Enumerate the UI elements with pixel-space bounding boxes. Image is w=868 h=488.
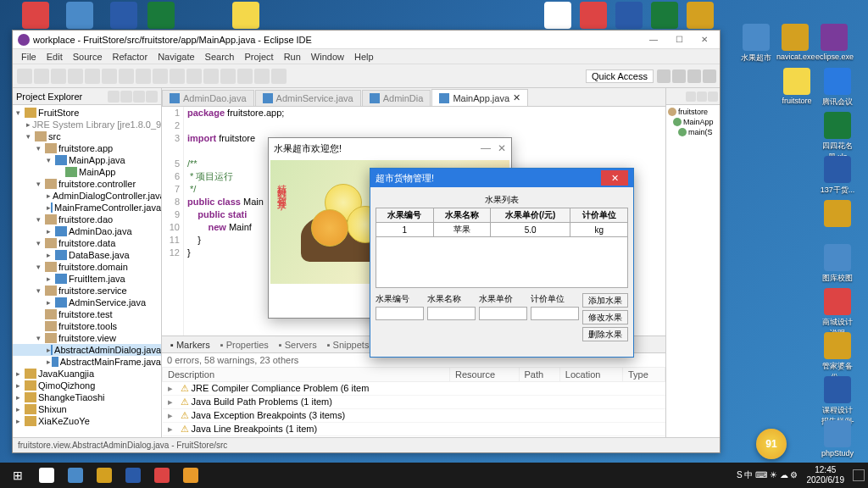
toolbar-button[interactable]: [17, 69, 32, 84]
fruit-input[interactable]: [531, 307, 579, 320]
desktop-icon[interactable]: navicat.exe: [776, 24, 814, 61]
taskbar-item[interactable]: [177, 464, 204, 486]
tree-node[interactable]: ▸QimoQizhong: [13, 380, 161, 391]
desktop-icon[interactable]: [142, 2, 180, 30]
menu-help[interactable]: Help: [349, 52, 379, 62]
toolbar-button[interactable]: [119, 69, 134, 84]
taskbar-item[interactable]: [148, 464, 175, 486]
menu-file[interactable]: File: [16, 52, 42, 62]
tree-node[interactable]: ▾fruitstore.domain: [13, 261, 161, 273]
taskbar-item[interactable]: [120, 464, 147, 486]
desktop-icon[interactable]: 图库校图: [819, 244, 856, 284]
fruit-input[interactable]: [427, 307, 476, 320]
desktop-icon[interactable]: 管家婆备份...: [819, 332, 856, 383]
desktop-icon[interactable]: [539, 2, 576, 30]
toolbar-button[interactable]: [170, 69, 185, 84]
menu-run[interactable]: Run: [279, 52, 306, 62]
desktop-icon[interactable]: [610, 2, 648, 30]
tree-node[interactable]: ▸AbstractAdminDialog.java: [13, 344, 161, 356]
markers-tab[interactable]: ▪ Markers: [165, 340, 215, 350]
marker-row[interactable]: ▸ ⚠ Java Line Breakpoints (1 item): [163, 423, 665, 436]
desktop-icon[interactable]: 137干货...: [819, 156, 856, 196]
welcome-close-button[interactable]: ✕: [498, 142, 506, 154]
desktop-icon[interactable]: 腾讯会议: [819, 68, 856, 108]
desktop-icon[interactable]: phpStudy: [819, 420, 856, 458]
tree-node[interactable]: ▾FruitStore: [13, 107, 161, 119]
tree-node[interactable]: ▸MainFrameController.java: [13, 202, 161, 214]
taskbar-item[interactable]: [62, 464, 89, 486]
tree-node[interactable]: ▸XiaKeZuoYe: [13, 415, 161, 427]
toolbar-button[interactable]: [85, 69, 100, 84]
editor-tab[interactable]: AdminService.java: [255, 90, 361, 106]
toolbar-button[interactable]: [220, 69, 236, 84]
clock[interactable]: 12:45 2020/6/19: [802, 465, 850, 485]
tree-node[interactable]: ▾src: [13, 130, 161, 142]
outline-item[interactable]: fruitstore: [668, 107, 718, 117]
notification-button[interactable]: [853, 469, 865, 481]
toolbar-button[interactable]: [68, 69, 83, 84]
menu-project[interactable]: Project: [239, 52, 278, 62]
desktop-icon[interactable]: [575, 2, 612, 30]
fruit-input[interactable]: [376, 307, 424, 320]
tree-node[interactable]: ▸AdminService.java: [13, 297, 161, 308]
marker-row[interactable]: ▸ ⚠ Java Build Path Problems (1 item): [163, 396, 665, 409]
marker-row[interactable]: ▸ ⚠ JRE Compiler Compliance Problem (6 i…: [163, 382, 665, 396]
menu-window[interactable]: Window: [306, 52, 349, 62]
toolbar-button[interactable]: [254, 69, 270, 84]
menu-source[interactable]: Source: [68, 52, 108, 62]
tree-node[interactable]: ▾fruitstore.view: [13, 332, 161, 344]
desktop-icon[interactable]: [682, 2, 719, 30]
tree-node[interactable]: MainApp: [13, 166, 161, 178]
markers-tab[interactable]: ▪ Servers: [274, 340, 322, 350]
tree-node[interactable]: ▾fruitstore.data: [13, 237, 161, 249]
toolbar-button[interactable]: [237, 69, 253, 84]
desktop-icon[interactable]: [105, 2, 142, 30]
desktop-icon[interactable]: 四四花名册.xls: [819, 112, 856, 163]
toolbar-button[interactable]: [136, 69, 151, 84]
quick-access[interactable]: Quick Access: [586, 69, 654, 83]
tree-node[interactable]: ▾fruitstore.dao: [13, 214, 161, 225]
taskbar-item[interactable]: [91, 464, 118, 486]
desktop-icon[interactable]: eclipse.exe: [815, 24, 853, 61]
tree-node[interactable]: fruitstore.test: [13, 308, 161, 320]
menu-navigate[interactable]: Navigate: [153, 52, 199, 62]
tree-node[interactable]: fruitstore.tools: [13, 320, 161, 332]
desktop-icon[interactable]: [646, 2, 683, 30]
fruit-action-button[interactable]: 修改水果: [582, 310, 628, 324]
taskbar-item[interactable]: [33, 464, 60, 486]
fruit-action-button[interactable]: 删除水果: [582, 327, 628, 341]
fruit-action-button[interactable]: 添加水果: [582, 293, 628, 308]
tree-node[interactable]: ▸JRE System Library [jre1.8.0_91]: [13, 119, 161, 130]
toolbar-button[interactable]: [203, 69, 219, 84]
toolbar-button[interactable]: [271, 69, 287, 84]
tree-node[interactable]: ▸AdminDialogController.java: [13, 190, 161, 202]
desktop-icon[interactable]: [819, 200, 856, 229]
ime-indicator[interactable]: S 中 ⌨ ☀ ☁ ⚙: [737, 469, 798, 481]
desktop-icon[interactable]: [61, 2, 98, 30]
editor-tab[interactable]: MainApp.java ✕: [431, 89, 528, 106]
fruit-input[interactable]: [479, 307, 527, 320]
toolbar-button[interactable]: [102, 69, 117, 84]
toolbar-button[interactable]: [186, 69, 202, 84]
tree-node[interactable]: ▾fruitstore.controller: [13, 178, 161, 190]
tree-node[interactable]: ▾fruitstore.service: [13, 285, 161, 297]
outline-item[interactable]: main(S: [668, 127, 718, 137]
tree-node[interactable]: ▾fruitstore.app: [13, 142, 161, 154]
marker-row[interactable]: ▸ ⚠ Java Exception Breakpoints (3 items): [163, 409, 665, 423]
maximize-button[interactable]: ☐: [669, 33, 689, 47]
tree-node[interactable]: ▸FruitItem.java: [13, 273, 161, 285]
desktop-icon[interactable]: [227, 2, 264, 30]
tree-node[interactable]: ▸AbstractMainFrame.java: [13, 356, 161, 368]
toolbar-button[interactable]: [51, 69, 66, 84]
tree-node[interactable]: ▸ShangkeTiaoshi: [13, 391, 161, 403]
editor-tab[interactable]: AdminDao.java: [162, 90, 254, 106]
mgmt-close-button[interactable]: ✕: [601, 170, 628, 186]
desktop-icon[interactable]: 水果超市: [737, 24, 775, 64]
desktop-icon[interactable]: [17, 2, 54, 30]
perf-widget[interactable]: 91: [756, 429, 787, 459]
editor-tab[interactable]: AdminDia: [362, 90, 431, 106]
tree-node[interactable]: ▸AdminDao.java: [13, 225, 161, 237]
outline-item[interactable]: MainApp: [668, 117, 718, 127]
markers-tab[interactable]: ▪ Properties: [215, 340, 274, 350]
toolbar-button[interactable]: [153, 69, 168, 84]
